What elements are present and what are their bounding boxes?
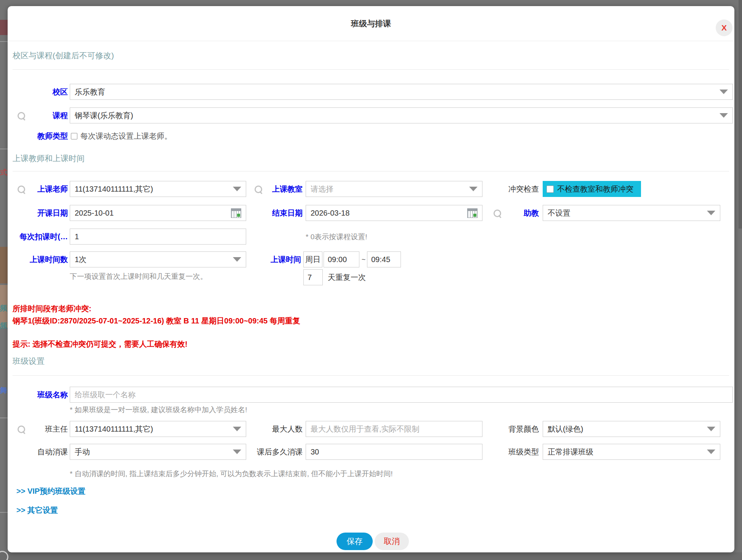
conflict-check-label: 冲突检查 xyxy=(484,181,539,197)
close-icon: X xyxy=(721,23,727,32)
end-date-label: 结束日期 xyxy=(244,205,303,221)
deduct-hours-input[interactable] xyxy=(70,229,246,245)
class-type-value: 正常排课班级 xyxy=(548,447,593,457)
chevron-down-icon xyxy=(707,450,715,454)
start-date-input[interactable]: 2025-10-01 xyxy=(70,205,246,221)
conflict-checkbox[interactable] xyxy=(546,186,554,193)
bg-color-value: 默认(绿色) xyxy=(548,424,583,434)
chevron-down-icon xyxy=(233,257,241,262)
max-students-input[interactable] xyxy=(306,421,482,437)
backdrop-line xyxy=(0,149,8,149)
vip-settings-link[interactable]: >> VIP预约班级设置 xyxy=(16,486,85,496)
save-button[interactable]: 保存 xyxy=(337,533,373,550)
backdrop-line xyxy=(0,418,8,418)
section-header-teacher-time: 上课教师和上课时间 xyxy=(13,153,85,164)
close-button[interactable]: X xyxy=(716,19,732,36)
assistant-select[interactable]: 不设置 xyxy=(543,205,720,221)
backdrop-text-fragment: 频 xyxy=(0,321,8,331)
chevron-down-icon xyxy=(707,211,715,215)
backdrop-text-fragment: 舞 xyxy=(0,386,8,395)
conflict-error-line-2: 钢琴1(班级ID:2870/2025-07-01~2025-12-16) 教室 … xyxy=(13,316,300,326)
time-start-input[interactable]: 09:00 xyxy=(324,251,359,267)
weekday-select[interactable]: 周日 xyxy=(303,251,322,267)
classroom-placeholder: 请选择 xyxy=(311,184,333,194)
section-header-class-settings: 班级设置 xyxy=(13,356,45,366)
backdrop-text-fragment: 频 xyxy=(0,303,8,313)
dialog-title: 班级与排课 xyxy=(8,18,734,29)
teacher-type-checkbox[interactable] xyxy=(71,133,77,139)
class-name-hint: * 如果班级是一对一班级, 建议班级名称中加入学员姓名! xyxy=(70,405,247,415)
teacher-type-label: 教师类型 xyxy=(8,130,68,142)
chevron-down-icon xyxy=(720,90,728,94)
chevron-down-icon xyxy=(469,187,478,191)
chevron-down-icon xyxy=(720,113,728,118)
conflict-error-tip: 提示: 选择不检查冲突仍可提交，需要人工确保有效! xyxy=(13,339,188,349)
chevron-down-icon xyxy=(233,187,241,191)
campus-value: 乐乐教育 xyxy=(75,87,105,97)
auto-dismiss-hint: * 自动消课的时间, 指上课结束后多少分钟开始, 可以为负数表示上课结束前, 但… xyxy=(70,469,393,479)
end-date-input[interactable]: 2026-03-18 xyxy=(306,205,482,221)
class-type-label: 班级类型 xyxy=(484,444,539,460)
auto-dismiss-select[interactable]: 手动 xyxy=(70,444,246,460)
section-divider xyxy=(13,375,729,376)
section-divider xyxy=(13,171,729,171)
times-count-select[interactable]: 1次 xyxy=(70,251,246,267)
head-teacher-value: 11(137140111111,其它) xyxy=(75,424,153,434)
repeat-days-input[interactable]: 7 xyxy=(303,269,323,285)
conflict-check-option[interactable]: 不检查教室和教师冲突 xyxy=(543,181,641,197)
times-count-value: 1次 xyxy=(75,254,87,265)
campus-select[interactable]: 乐乐教育 xyxy=(70,84,733,100)
assistant-value: 不设置 xyxy=(548,208,571,218)
backdrop-line xyxy=(0,512,8,513)
backdrop-text-fragment: 式后 xyxy=(0,168,8,178)
auto-dismiss-label: 自动消课 xyxy=(8,444,68,460)
head-teacher-select[interactable]: 11(137140111111,其它) xyxy=(70,421,246,437)
conflict-checkbox-label: 不检查教室和教师冲突 xyxy=(557,184,633,194)
cancel-button[interactable]: 取消 xyxy=(375,533,409,550)
calendar-icon[interactable] xyxy=(467,208,478,218)
class-name-input[interactable] xyxy=(70,387,733,403)
head-teacher-label: 班主任 xyxy=(8,421,68,437)
classroom-label: 上课教室 xyxy=(244,181,303,197)
class-name-label: 班级名称 xyxy=(8,387,68,403)
end-date-value: 2026-03-18 xyxy=(311,209,349,218)
class-type-select[interactable]: 正常排课班级 xyxy=(543,444,720,460)
classroom-select[interactable]: 请选择 xyxy=(306,181,482,197)
header-divider xyxy=(8,41,734,41)
bg-color-select[interactable]: 默认(绿色) xyxy=(543,421,720,437)
time-end-input[interactable]: 09:45 xyxy=(367,251,401,267)
class-schedule-dialog: 班级与排课 X 校区与课程(创建后不可修改) 校区 乐乐教育 课程 钢琴课(乐乐… xyxy=(8,6,734,552)
chevron-down-icon xyxy=(233,427,241,431)
conflict-error-line-1: 所排时间段有老师冲突: xyxy=(13,304,91,314)
course-value: 钢琴课(乐乐教育) xyxy=(75,110,133,121)
section-header-campus-course: 校区与课程(创建后不可修改) xyxy=(13,50,114,61)
other-settings-link[interactable]: >> 其它设置 xyxy=(16,505,58,515)
backdrop-brown-block xyxy=(0,247,8,283)
deduct-hours-hint: * 0表示按课程设置! xyxy=(306,232,367,242)
after-minutes-label: 课后多久消课 xyxy=(229,444,303,460)
teacher-type-checkbox-label: 每次课动态设置上课老师。 xyxy=(80,131,172,141)
section-divider xyxy=(13,69,729,70)
class-time-label: 上课时间 xyxy=(244,251,301,267)
calendar-icon[interactable] xyxy=(231,208,241,218)
course-label: 课程 xyxy=(8,107,68,123)
time-range-separator: ~ xyxy=(360,251,367,267)
times-count-label: 上课时间数 xyxy=(8,251,68,267)
teacher-value: 11(137140111111,其它) xyxy=(75,184,153,194)
start-date-value: 2025-10-01 xyxy=(75,209,114,218)
deduct-hours-label: 每次扣课时(… xyxy=(8,229,68,245)
teacher-type-row: 每次课动态设置上课老师。 xyxy=(71,130,172,142)
course-select[interactable]: 钢琴课(乐乐教育) xyxy=(70,107,733,123)
start-date-label: 开课日期 xyxy=(8,205,68,221)
repeat-days-suffix: 天重复一次 xyxy=(328,269,366,285)
teacher-select[interactable]: 11(137140111111,其它) xyxy=(70,181,246,197)
backdrop-red-block xyxy=(0,20,8,35)
after-minutes-input[interactable] xyxy=(306,444,482,460)
bg-color-label: 背景颜色 xyxy=(484,421,539,437)
chevron-down-icon xyxy=(707,427,715,431)
backdrop-line xyxy=(0,41,8,42)
backdrop-bottom-strip xyxy=(0,552,742,560)
auto-dismiss-value: 手动 xyxy=(75,447,90,457)
teacher-label: 上课老师 xyxy=(8,181,68,197)
campus-label: 校区 xyxy=(8,84,68,100)
